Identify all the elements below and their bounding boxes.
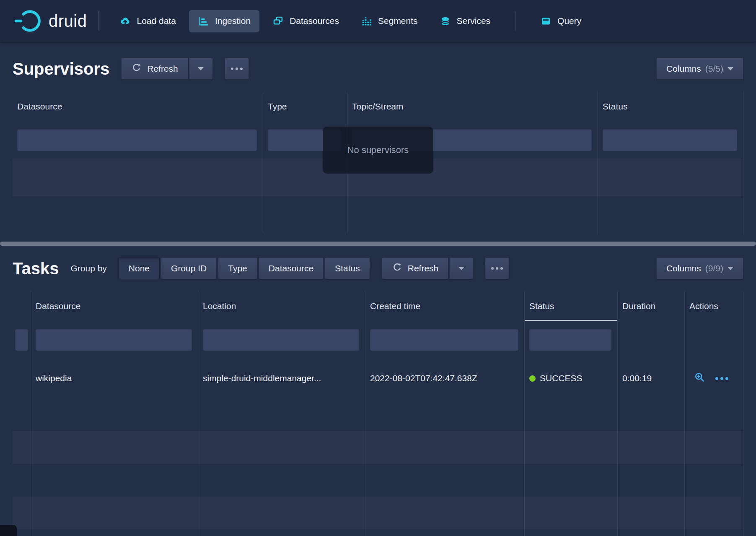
navbar-divider <box>98 11 99 31</box>
tasks-columns-button[interactable]: Columns (9/9) <box>656 258 743 279</box>
column-header-status[interactable]: Status <box>598 91 743 122</box>
filter-cell <box>525 321 618 358</box>
task-location-cell: simple-druid-middlemanager... <box>198 358 365 398</box>
empty-cell <box>365 529 525 536</box>
tasks-created-time-filter-input[interactable] <box>370 329 518 351</box>
filter-cell <box>685 321 743 358</box>
tasks-expander-filter-input[interactable] <box>15 329 28 351</box>
nav-item-segments[interactable]: Segments <box>352 10 427 32</box>
supervisors-columns-button[interactable]: Columns (5/5) <box>656 58 743 80</box>
empty-cell <box>13 159 263 196</box>
filter-cell <box>598 122 743 159</box>
supervisors-topic-stream-filter-input[interactable] <box>352 129 592 151</box>
column-header-type[interactable]: Type <box>263 91 347 122</box>
empty-cell <box>685 529 743 536</box>
filter-cell <box>13 321 31 358</box>
vertical-scrollbar[interactable] <box>0 525 17 536</box>
tasks-toolbar: Tasks Group by None Group ID Type Dataso… <box>0 257 756 280</box>
tasks-filter-row <box>13 321 743 358</box>
group-by-group-id-button[interactable]: Group ID <box>161 258 217 279</box>
nav-item-ingestion[interactable]: Ingestion <box>189 10 259 32</box>
tasks-more-button[interactable] <box>485 258 509 279</box>
supervisors-title: Supervisors <box>13 60 109 78</box>
supervisors-datasource-filter-input[interactable] <box>17 129 257 151</box>
nav-item-services[interactable]: Services <box>431 10 500 32</box>
column-header-created-time[interactable]: Created time <box>365 291 525 321</box>
columns-label: Columns <box>666 263 701 273</box>
filter-cell <box>13 122 263 159</box>
empty-cell <box>525 529 618 536</box>
navbar-divider <box>515 11 515 31</box>
task-datasource-cell: wikipedia <box>31 358 198 398</box>
nav-item-load-data[interactable]: Load data <box>111 10 184 32</box>
column-header-status[interactable]: Status <box>525 291 618 321</box>
gantt-chart-icon <box>198 16 209 27</box>
empty-cell <box>198 497 365 529</box>
task-row[interactable]: wikipedia simple-druid-middlemanager... … <box>13 358 743 398</box>
group-by-datasource-button[interactable]: Datasource <box>259 258 324 279</box>
empty-cell <box>525 398 618 431</box>
empty-cell <box>31 529 198 536</box>
nav-item-query[interactable]: Query <box>531 10 590 32</box>
nav-item-datasources[interactable]: Datasources <box>264 10 348 32</box>
columns-count: (5/5) <box>705 64 723 74</box>
nav-item-label: Query <box>557 16 581 26</box>
tasks-empty-row <box>13 431 743 464</box>
column-header-datasource[interactable]: Datasource <box>13 91 263 122</box>
empty-cell <box>365 431 525 464</box>
tasks-section: Tasks Group by None Group ID Type Dataso… <box>0 257 756 536</box>
brand[interactable]: druid <box>14 10 87 32</box>
tasks-status-filter-input[interactable] <box>529 329 611 351</box>
more-dots-icon <box>491 267 503 270</box>
empty-cell <box>263 159 347 196</box>
cloud-upload-icon <box>119 16 131 27</box>
empty-cell <box>347 159 598 196</box>
column-header-duration[interactable]: Duration <box>618 291 685 321</box>
tasks-refresh-dropdown-button[interactable] <box>449 258 473 279</box>
column-header-actions[interactable]: Actions <box>685 291 743 321</box>
column-header-datasource[interactable]: Datasource <box>31 291 198 321</box>
column-header-topic-stream[interactable]: Topic/Stream <box>347 91 598 122</box>
nav-item-label: Segments <box>378 16 418 26</box>
refresh-label: Refresh <box>147 64 178 74</box>
chevron-down-icon <box>198 67 204 70</box>
nav-item-label: Load data <box>137 16 176 26</box>
empty-cell <box>618 431 685 464</box>
filter-cell <box>263 122 347 159</box>
tasks-location-filter-input[interactable] <box>203 329 359 351</box>
supervisors-refresh-dropdown-button[interactable] <box>189 58 213 80</box>
task-actions-menu-icon[interactable] <box>715 377 728 380</box>
empty-cell <box>598 196 743 234</box>
horizontal-scrollbar[interactable] <box>0 242 756 246</box>
group-by-status-button[interactable]: Status <box>325 258 370 279</box>
filter-cell <box>618 321 685 358</box>
columns-count: (9/9) <box>705 263 723 273</box>
chevron-down-icon <box>728 267 733 270</box>
supervisors-refresh-button[interactable]: Refresh <box>121 58 188 80</box>
empty-cell <box>685 497 743 529</box>
supervisors-status-filter-input[interactable] <box>603 129 737 151</box>
tasks-empty-row <box>13 529 743 536</box>
empty-cell <box>525 464 618 497</box>
supervisors-type-filter-input[interactable] <box>268 129 341 151</box>
group-by-type-button[interactable]: Type <box>218 258 257 279</box>
brand-name: druid <box>49 12 87 31</box>
tasks-table-header-row: Datasource Location Created time Status … <box>13 291 743 321</box>
empty-cell <box>365 398 525 431</box>
supervisors-empty-row <box>13 159 743 196</box>
supervisors-filter-row <box>13 122 743 159</box>
column-header-location[interactable]: Location <box>198 291 365 321</box>
tasks-empty-row <box>13 398 743 431</box>
empty-cell <box>365 497 525 529</box>
database-icon <box>440 16 451 27</box>
tasks-refresh-button[interactable]: Refresh <box>382 258 449 279</box>
supervisors-more-button[interactable] <box>225 58 249 80</box>
empty-cell <box>198 398 365 431</box>
empty-cell <box>598 159 743 196</box>
nav-item-label: Services <box>457 16 491 26</box>
empty-cell <box>685 431 743 464</box>
tasks-datasource-filter-input[interactable] <box>36 329 192 351</box>
magnifier-icon[interactable] <box>694 372 705 385</box>
group-by-none-button[interactable]: None <box>119 258 160 279</box>
nav-item-label: Datasources <box>290 16 339 26</box>
